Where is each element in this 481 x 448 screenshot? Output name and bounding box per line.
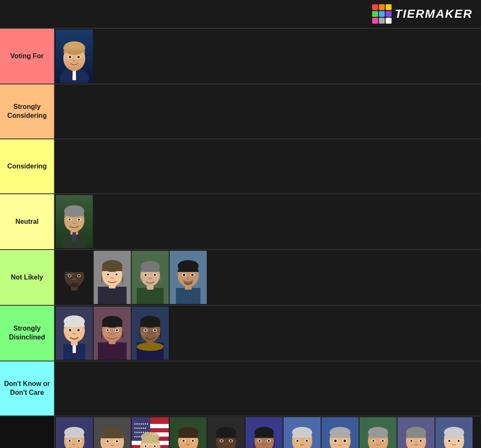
- tier-row-declined: Declined or Dropped Out: [0, 416, 481, 448]
- svg-point-116: [102, 444, 108, 448]
- svg-point-61: [191, 274, 194, 276]
- tier-row-dont-know: Don't Know or Don't Care: [0, 361, 481, 416]
- tier-row-strongly-disinclined: Strongly Disinclined: [0, 306, 481, 361]
- svg-point-95: [154, 329, 156, 331]
- svg-point-73: [65, 333, 69, 336]
- tier-label-not-likely: Not Likely: [0, 250, 54, 305]
- svg-point-134: [145, 445, 146, 447]
- svg-point-51: [145, 274, 147, 276]
- svg-point-12: [77, 56, 80, 58]
- logo-cell: [386, 4, 392, 10]
- candidate-kamala: [132, 307, 169, 360]
- svg-point-181: [334, 440, 337, 442]
- tier-label-considering: Considering: [0, 139, 54, 193]
- tier-content-declined: ★★★★★★★ ★★★★★★ ★★★★★★★ ★★★★★★: [54, 416, 481, 448]
- svg-point-114: [107, 440, 109, 443]
- svg-point-96: [141, 333, 145, 335]
- tier-content-strongly-considering: [54, 84, 481, 138]
- logo-cell: [386, 11, 392, 17]
- svg-point-204: [420, 440, 422, 442]
- tier-content-neutral: [54, 194, 481, 249]
- svg-rect-36: [98, 287, 127, 304]
- svg-point-154: [230, 440, 232, 442]
- svg-point-83: [116, 329, 118, 331]
- logo-cell: [379, 18, 385, 24]
- candidate-desantis: [170, 417, 207, 448]
- candidate-pataki: [359, 417, 397, 448]
- logo-cell: [379, 4, 385, 10]
- svg-point-72: [77, 329, 80, 331]
- svg-point-153: [221, 440, 223, 442]
- candidate-burgum: [56, 417, 93, 448]
- tier-label-strongly-disinclined: Strongly Disinclined: [0, 306, 54, 361]
- svg-point-52: [154, 274, 156, 276]
- svg-point-71: [69, 329, 71, 331]
- logo-cell: [379, 11, 385, 17]
- svg-point-171: [297, 440, 299, 442]
- svg-point-184: [346, 444, 350, 446]
- svg-point-33: [78, 275, 80, 277]
- svg-point-183: [330, 444, 335, 446]
- candidate-devos: ★★★★★★★ ★★★★★★ ★★★★★★★ ★★★★★★: [132, 417, 169, 448]
- svg-point-14: [79, 59, 84, 62]
- svg-point-162: [259, 440, 261, 442]
- svg-point-203: [411, 440, 413, 442]
- svg-point-23: [78, 219, 80, 221]
- svg-point-94: [145, 329, 147, 331]
- tier-row-voting-for: Voting For: [0, 29, 481, 84]
- svg-point-194: [382, 440, 384, 442]
- svg-point-135: [154, 445, 156, 447]
- header: TiERMAKER: [0, 0, 481, 29]
- tier-content-strongly-disinclined: [54, 306, 481, 361]
- tier-row-strongly-considering: Strongly Considering: [0, 84, 481, 139]
- candidate-rfk: [56, 195, 93, 248]
- candidate-trump: [56, 30, 93, 83]
- logo-cell: [372, 4, 378, 10]
- logo-text: TiERMAKER: [395, 7, 473, 21]
- svg-point-82: [107, 329, 109, 331]
- svg-point-117: [117, 444, 123, 448]
- tier-label-voting-for: Voting For: [0, 29, 54, 84]
- svg-point-115: [116, 440, 118, 443]
- svg-point-163: [268, 440, 270, 442]
- svg-point-11: [69, 56, 71, 58]
- svg-point-43: [116, 274, 118, 276]
- svg-rect-54: [176, 288, 200, 304]
- logo-cell: [372, 18, 378, 24]
- candidate-marianne: [94, 251, 131, 304]
- logo: TiERMAKER: [372, 4, 473, 24]
- tier-content-dont-know: [54, 361, 481, 415]
- svg-rect-45: [137, 288, 164, 304]
- svg-rect-5: [73, 70, 76, 80]
- svg-point-144: [192, 440, 194, 442]
- svg-point-60: [183, 274, 185, 276]
- candidate-pence: [435, 417, 473, 448]
- candidate-christie: [94, 417, 131, 448]
- svg-point-84: [103, 333, 107, 335]
- tier-content-considering: [54, 139, 481, 193]
- svg-point-182: [343, 440, 346, 442]
- svg-point-105: [69, 440, 71, 442]
- tier-label-strongly-considering: Strongly Considering: [0, 84, 54, 138]
- candidate-jill-stein: [132, 251, 169, 304]
- candidate-cenk: [170, 251, 207, 304]
- svg-point-13: [64, 59, 69, 62]
- svg-rect-76: [98, 342, 127, 360]
- logo-cell: [372, 11, 378, 17]
- svg-point-32: [69, 275, 71, 277]
- candidate-cornel-west: [56, 251, 93, 304]
- svg-point-143: [183, 440, 185, 442]
- svg-point-22: [69, 219, 71, 221]
- candidate-elder: [208, 417, 245, 448]
- candidate-kasich: [322, 417, 359, 448]
- candidate-hutchinson: [284, 417, 321, 448]
- logo-grid: [372, 4, 392, 24]
- svg-point-42: [107, 274, 109, 276]
- svg-point-34: [70, 282, 78, 287]
- candidate-biden: [56, 307, 93, 360]
- candidate-manchin: [397, 417, 435, 448]
- svg-point-213: [449, 440, 451, 442]
- svg-point-193: [373, 440, 375, 442]
- tier-label-neutral: Neutral: [0, 194, 54, 249]
- tier-row-not-likely: Not Likely: [0, 250, 481, 306]
